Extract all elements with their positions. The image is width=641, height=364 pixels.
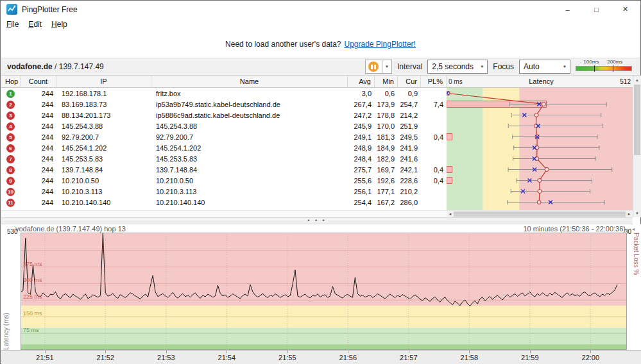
scrollbar-thumb[interactable] [634, 85, 640, 155]
cell-avg: 249,1 [348, 133, 375, 141]
app-window: PingPlotter Free – □ ✕ FileEditHelp Need… [0, 0, 641, 364]
scrollbar-thumb[interactable] [454, 211, 626, 217]
hop-badge: 10 [6, 188, 15, 196]
time-tick-label: 21:54 [218, 354, 236, 361]
timeline-title: vodafone.de (139.7.147.49) hop 13 [15, 225, 126, 233]
column-header-ip[interactable]: IP [56, 76, 151, 87]
timeline-plot[interactable] [21, 233, 627, 350]
time-tick-mark [166, 351, 167, 353]
latency-scale-legend: 100ms 200ms [576, 60, 632, 73]
column-header-min[interactable]: Min [375, 76, 398, 87]
time-tick-mark [590, 351, 591, 353]
time-tick-mark [45, 351, 46, 353]
cell-count: 244 [21, 144, 56, 152]
upgrade-banner: Need to load another user's data? Upgrad… [1, 31, 640, 58]
column-header-latency-graph[interactable]: 0 ms Latency 512 [447, 76, 633, 87]
timeline-svg[interactable] [21, 233, 627, 350]
cell-min: 170,0 [375, 122, 398, 130]
menu-edit[interactable]: Edit [24, 19, 46, 30]
cell-ip: 92.79.200.7 [56, 133, 151, 141]
latency-gradient-bar [576, 66, 632, 71]
column-header-hop[interactable]: Hop [1, 76, 21, 87]
menu-file[interactable]: File [2, 19, 23, 30]
cell-ip: 88.134.201.173 [56, 112, 151, 119]
time-tick-mark [105, 351, 106, 353]
cell-min: 192,6 [375, 177, 398, 185]
cell-pl: 7,4 [421, 101, 447, 108]
cell-min: 181,3 [375, 133, 398, 141]
focus-label: Focus [493, 62, 514, 71]
window-title: PingPlotter Free [22, 5, 78, 14]
pause-button[interactable] [365, 60, 382, 74]
scroll-right-icon[interactable]: ► [626, 211, 633, 217]
time-tick-mark [348, 351, 348, 353]
scrollbar-track[interactable]: ◄ ► [447, 211, 633, 217]
trace-control: ▼ [365, 60, 392, 74]
interval-value: 2,5 seconds [432, 62, 474, 71]
focus-select[interactable]: Auto ▼ [519, 60, 570, 74]
hop-badge: 9 [6, 177, 15, 185]
column-header-pl[interactable]: PL% [421, 76, 447, 87]
scroll-up-icon[interactable]: ▲ [633, 76, 641, 84]
target-host: vodafone.de [7, 62, 53, 71]
pane-splitter[interactable]: • • • [1, 217, 633, 224]
chevron-down-icon: ▼ [560, 65, 570, 69]
hop-badge: 2 [6, 101, 15, 109]
cell-cur: 286,0 [398, 199, 421, 206]
maximize-button[interactable]: □ [582, 1, 611, 17]
pause-icon [368, 62, 379, 72]
hop-latency-graph[interactable] [447, 88, 633, 210]
legend-high-label: 200ms [607, 59, 622, 65]
cell-avg: 255,6 [348, 177, 375, 185]
column-header-cur[interactable]: Cur [398, 76, 421, 87]
cell-avg: 267,4 [348, 101, 375, 108]
cell-name: 10.210.0.50 [151, 177, 348, 185]
timeline-range[interactable]: 10 minutes (21:50:36 - 22:00:36) [523, 225, 626, 233]
target-toolbar: vodafone.de / 139.7.147.49 ▼ Interval 2,… [1, 58, 640, 76]
time-tick-label: 21:57 [400, 354, 418, 361]
cell-ip: 10.210.3.113 [56, 188, 151, 195]
cell-name: 145.254.3.88 [151, 122, 348, 130]
menu-help[interactable]: Help [47, 19, 72, 30]
cell-count: 244 [21, 90, 56, 97]
cell-cur: 251,9 [398, 122, 421, 130]
column-header-count[interactable]: Count [21, 76, 56, 87]
cell-name: 10.210.3.113 [151, 188, 348, 195]
table-vertical-scrollbar[interactable]: ▲ ▼ [633, 76, 641, 217]
app-icon [6, 4, 17, 15]
banner-text: Need to load another user's data? [225, 40, 341, 49]
cell-min: 169,7 [375, 166, 398, 174]
cell-ip: 145.254.1.202 [56, 144, 151, 152]
scroll-down-icon[interactable]: ▼ [633, 209, 641, 217]
cell-min: 182,9 [375, 155, 398, 163]
minimize-button[interactable]: – [553, 1, 582, 17]
cell-cur: 210,2 [398, 188, 421, 195]
hop-badge: 1 [6, 90, 15, 98]
title-bar: PingPlotter Free – □ ✕ [1, 1, 640, 17]
graph-horizontal-scrollbar[interactable]: ◄ ► [1, 210, 633, 217]
cell-ip: 145.253.5.83 [56, 155, 151, 163]
splitter-grip-icon: • • • [307, 219, 326, 222]
pause-dropdown-button[interactable]: ▼ [382, 60, 392, 74]
column-header-name[interactable]: Name [151, 76, 348, 87]
hop-badge: 5 [6, 133, 15, 142]
cell-ip: 139.7.148.84 [56, 166, 151, 174]
time-tick-label: 22:00 [582, 354, 600, 361]
time-tick-label: 21:51 [36, 354, 54, 361]
band-label: 225 ms [23, 294, 42, 300]
cell-ip: 83.169.183.73 [56, 101, 151, 108]
history-back-icon[interactable]: ◂ [632, 226, 635, 232]
hop-badge: 6 [6, 144, 15, 153]
time-tick-mark [530, 351, 531, 353]
upgrade-link[interactable]: Upgrade PingPlotter! [345, 40, 416, 49]
hop-badge: 11 [6, 199, 15, 207]
cell-count: 244 [21, 112, 56, 119]
column-header-avg[interactable]: Avg [348, 76, 375, 87]
scroll-left-icon[interactable]: ◄ [447, 211, 454, 217]
cell-count: 244 [21, 166, 56, 174]
cell-count: 244 [21, 122, 56, 130]
legend-low-label: 100ms [583, 59, 599, 65]
close-button[interactable]: ✕ [611, 1, 640, 17]
graph-title: Latency [463, 78, 620, 85]
interval-select[interactable]: 2,5 seconds ▼ [427, 60, 488, 74]
